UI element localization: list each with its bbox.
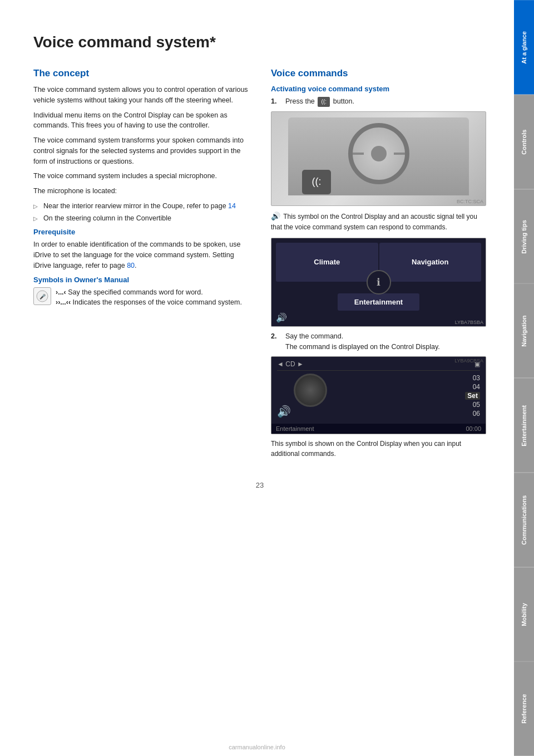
note-2-text: This symbol is shown on the Control Disp… <box>271 439 486 459</box>
cd-display-image: ◄ CD ► ▣ 03 04 Set 05 06 🔊 Entertainment <box>271 356 486 434</box>
cd-header: ◄ CD ► ▣ <box>277 360 480 371</box>
microphone-location-list: Near the interior rearview mirror in the… <box>33 201 249 224</box>
image-code-1: BC:TC:SCA <box>457 199 483 204</box>
step-2: 2. Say the command.The command is displa… <box>271 331 486 352</box>
voice-commands-heading: Voice commands <box>271 68 486 79</box>
voice-button-icon: ((: <box>318 97 330 107</box>
cd-tracks: 03 04 Set 05 06 <box>465 374 480 418</box>
sidebar: At a glance Controls Driving tips Naviga… <box>514 0 534 756</box>
control-display-menu-image: Climate Navigation ℹ Entertainment 🔊 LYB… <box>271 238 486 327</box>
image-code-2: LYBA7BSBA <box>455 320 483 325</box>
menu-cell-climate: Climate <box>276 243 378 282</box>
page-title: Voice command system* <box>33 33 486 51</box>
right-column: Voice commands Activating voice command … <box>271 68 486 464</box>
sidebar-tab-controls[interactable]: Controls <box>514 95 534 189</box>
image-code-3: LYBA9CBSA <box>454 358 483 364</box>
symbol-block-1: 🎤 ›...‹ Say the specified commands word … <box>33 287 249 308</box>
sidebar-tab-driving-tips[interactable]: Driving tips <box>514 189 534 284</box>
voice-symbol-icon: 🎤 <box>33 287 51 305</box>
note-1-text: 🔊 This symbol on the Control Display and… <box>271 210 486 232</box>
paragraph-1: The voice command system allows you to c… <box>33 85 249 106</box>
concept-heading: The concept <box>33 68 249 79</box>
main-content: Voice command system* The concept The vo… <box>0 0 514 523</box>
two-column-layout: The concept The voice command system all… <box>33 68 486 464</box>
symbol-1-text: ›...‹ Say the specified commands word fo… <box>56 287 242 308</box>
menu-cell-navigation: Navigation <box>379 243 482 282</box>
voice-button-visual: ((: <box>302 170 331 194</box>
page-number: 23 <box>33 481 486 489</box>
sidebar-tab-navigation[interactable]: Navigation <box>514 283 534 378</box>
paragraph-5: The microphone is located: <box>33 186 249 197</box>
list-item: Near the interior rearview mirror in the… <box>33 201 249 212</box>
voice-wave-icon: 🔊 <box>277 405 291 418</box>
step-1: 1. Press the ((: button. <box>271 96 486 107</box>
activating-heading: Activating voice command system <box>271 85 486 93</box>
steering-wheel-image: ((: BC:TC:SCA <box>271 111 486 206</box>
svg-text:🎤: 🎤 <box>39 293 46 300</box>
symbols-heading: Symbols in Owner's Manual <box>33 276 249 284</box>
cd-set-label: Set <box>465 392 480 400</box>
sidebar-tab-entertainment[interactable]: Entertainment <box>514 378 534 473</box>
cd-footer: Entertainment 00:00 <box>271 424 486 434</box>
sidebar-tab-at-a-glance[interactable]: At a glance <box>514 0 534 95</box>
prerequisite-text: In order to enable identification of the… <box>33 239 249 271</box>
note-symbol-1: 🔊 <box>271 212 280 220</box>
prerequisite-heading: Prerequisite <box>33 228 249 236</box>
sidebar-tab-mobility[interactable]: Mobility <box>514 567 534 662</box>
voice-icon-menu: 🔊 <box>276 312 287 323</box>
paragraph-4: The voice command system includes a spec… <box>33 171 249 181</box>
cd-knob <box>294 374 327 407</box>
left-column: The concept The voice command system all… <box>33 68 249 464</box>
sidebar-tab-reference[interactable]: Reference <box>514 661 534 756</box>
paragraph-3: The voice command system transforms your… <box>33 135 249 166</box>
center-info-icon: ℹ <box>367 270 391 294</box>
list-item: On the steering column in the Convertibl… <box>33 213 249 224</box>
watermark: carmanualonline.info <box>0 744 514 750</box>
sidebar-tab-communications[interactable]: Communications <box>514 473 534 567</box>
paragraph-2: Individual menu items on the Control Dis… <box>33 110 249 131</box>
